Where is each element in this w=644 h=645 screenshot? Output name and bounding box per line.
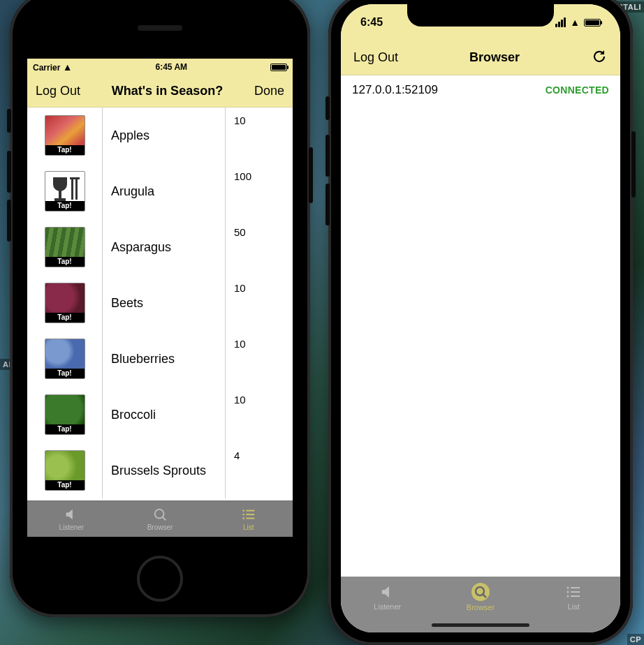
list-item[interactable]: Tap!Broccoli10 bbox=[27, 387, 293, 443]
done-button[interactable]: Done bbox=[254, 84, 284, 98]
thumbnail-cell[interactable]: Tap! bbox=[27, 387, 103, 443]
tap-badge: Tap! bbox=[45, 145, 85, 155]
thumbnail-cell[interactable]: Tap! bbox=[27, 443, 103, 498]
list-item[interactable]: Tap!Asparagus50 bbox=[27, 219, 293, 275]
svg-rect-2 bbox=[71, 179, 73, 200]
item-count: 10 bbox=[226, 387, 293, 443]
notch bbox=[407, 4, 554, 27]
svg-point-13 bbox=[567, 591, 569, 593]
svg-line-6 bbox=[163, 517, 166, 521]
thumbnail-cell[interactable]: Tap! bbox=[27, 331, 103, 387]
status-bar: Carrier ▲ 6:45 AM bbox=[27, 59, 293, 75]
search-icon bbox=[152, 507, 168, 522]
item-count: 10 bbox=[226, 275, 293, 331]
item-name: Broccoli bbox=[103, 387, 226, 443]
connection-status: CONNECTED bbox=[546, 84, 609, 96]
item-name: Arugula bbox=[103, 163, 226, 219]
thumbnail-cell[interactable]: Tap! bbox=[27, 108, 103, 163]
tap-badge: Tap! bbox=[45, 313, 85, 322]
battery-icon bbox=[584, 19, 601, 27]
search-icon bbox=[471, 583, 490, 601]
thumbnail-cell[interactable]: Tap! bbox=[27, 219, 103, 275]
list-item[interactable]: Tap!Arugula100 bbox=[27, 163, 293, 219]
browser-body bbox=[341, 105, 620, 577]
thumbnail[interactable]: Tap! bbox=[45, 339, 85, 379]
list-item[interactable]: Tap!Brussels Sprouts4 bbox=[27, 443, 293, 498]
carrier-label: Carrier ▲ bbox=[33, 62, 73, 73]
tab-list[interactable]: List bbox=[527, 577, 620, 617]
speaker-icon bbox=[64, 507, 79, 522]
thumbnail[interactable]: Tap! bbox=[45, 227, 85, 267]
list-icon bbox=[241, 507, 256, 522]
svg-point-7 bbox=[242, 510, 244, 512]
svg-point-9 bbox=[242, 517, 244, 519]
reload-button[interactable] bbox=[591, 48, 608, 68]
svg-point-12 bbox=[567, 586, 569, 588]
item-name: Beets bbox=[103, 275, 226, 331]
item-count: 50 bbox=[226, 219, 293, 275]
tap-badge: Tap! bbox=[45, 201, 85, 211]
item-name: Asparagus bbox=[103, 219, 226, 275]
tab-list[interactable]: List bbox=[204, 501, 293, 537]
tab-browser[interactable]: Browser bbox=[116, 501, 205, 537]
item-name: Apples bbox=[103, 108, 226, 163]
placeholder-icon bbox=[50, 176, 80, 204]
screen-right: 6:45 ▲ Log Out Browser 127.0.0.1:52109 C… bbox=[341, 4, 620, 632]
tap-badge: Tap! bbox=[45, 369, 85, 378]
list-item[interactable]: Tap!Apples10 bbox=[27, 108, 293, 163]
item-count: 100 bbox=[226, 163, 293, 219]
thumbnail[interactable]: Tap! bbox=[45, 450, 85, 491]
item-name: Brussels Sprouts bbox=[103, 443, 226, 498]
connection-address: 127.0.0.1:52109 bbox=[352, 83, 438, 97]
tab-listener[interactable]: Listener bbox=[341, 577, 434, 617]
item-name: Blueberries bbox=[103, 331, 226, 387]
status-time: 6:45 bbox=[360, 16, 383, 29]
logout-button[interactable]: Log Out bbox=[353, 50, 398, 65]
status-time: 6:45 AM bbox=[73, 62, 270, 72]
svg-line-11 bbox=[483, 594, 486, 598]
home-indicator[interactable] bbox=[432, 623, 529, 627]
svg-rect-3 bbox=[75, 179, 78, 200]
tap-badge: Tap! bbox=[45, 424, 85, 434]
svg-rect-0 bbox=[59, 190, 61, 198]
tap-badge: Tap! bbox=[45, 257, 85, 267]
phone-right: 6:45 ▲ Log Out Browser 127.0.0.1:52109 C… bbox=[328, 0, 633, 645]
thumbnail[interactable]: Tap! bbox=[45, 115, 85, 156]
list-icon bbox=[565, 584, 582, 600]
wifi-icon: ▲ bbox=[570, 17, 580, 27]
list-item[interactable]: Tap!Beets10 bbox=[27, 275, 293, 331]
signal-icon bbox=[555, 17, 566, 27]
tab-browser[interactable]: Browser bbox=[434, 577, 527, 617]
page-title: What's in Season? bbox=[112, 84, 223, 98]
svg-point-5 bbox=[155, 510, 164, 519]
reload-icon bbox=[591, 48, 608, 65]
svg-point-14 bbox=[567, 595, 569, 597]
nav-bar: Log Out What's in Season? Done bbox=[27, 75, 293, 108]
nav-bar: Log Out Browser bbox=[341, 40, 620, 75]
wifi-icon: ▲ bbox=[63, 61, 73, 73]
thumbnail[interactable]: Tap! bbox=[45, 394, 85, 435]
list-item[interactable]: Tap!Blueberries10 bbox=[27, 331, 293, 387]
logout-button[interactable]: Log Out bbox=[36, 84, 80, 98]
tab-bar: Listener Browser List bbox=[27, 501, 293, 537]
page-title: Browser bbox=[469, 50, 520, 65]
produce-list[interactable]: Tap!Apples10Tap!Arugula100Tap!Asparagus5… bbox=[27, 108, 293, 501]
phone-left: Carrier ▲ 6:45 AM Log Out What's in Seas… bbox=[10, 0, 310, 617]
item-count: 4 bbox=[226, 443, 293, 498]
tap-badge: Tap! bbox=[45, 480, 85, 490]
thumbnail-cell[interactable]: Tap! bbox=[27, 275, 103, 331]
svg-point-8 bbox=[242, 514, 244, 516]
thumbnail-cell[interactable]: Tap! bbox=[27, 163, 103, 219]
tab-listener[interactable]: Listener bbox=[27, 501, 116, 537]
svg-point-10 bbox=[476, 587, 484, 595]
item-count: 10 bbox=[226, 331, 293, 387]
thumbnail[interactable]: Tap! bbox=[45, 283, 85, 323]
item-count: 10 bbox=[226, 108, 293, 163]
battery-icon bbox=[270, 64, 287, 71]
home-button[interactable] bbox=[137, 556, 183, 602]
thumbnail[interactable]: Tap! bbox=[45, 171, 85, 212]
earpiece bbox=[138, 25, 182, 31]
connection-row[interactable]: 127.0.0.1:52109 CONNECTED bbox=[341, 75, 620, 105]
bg-fragment: CP bbox=[627, 634, 644, 645]
svg-rect-4 bbox=[70, 177, 80, 179]
